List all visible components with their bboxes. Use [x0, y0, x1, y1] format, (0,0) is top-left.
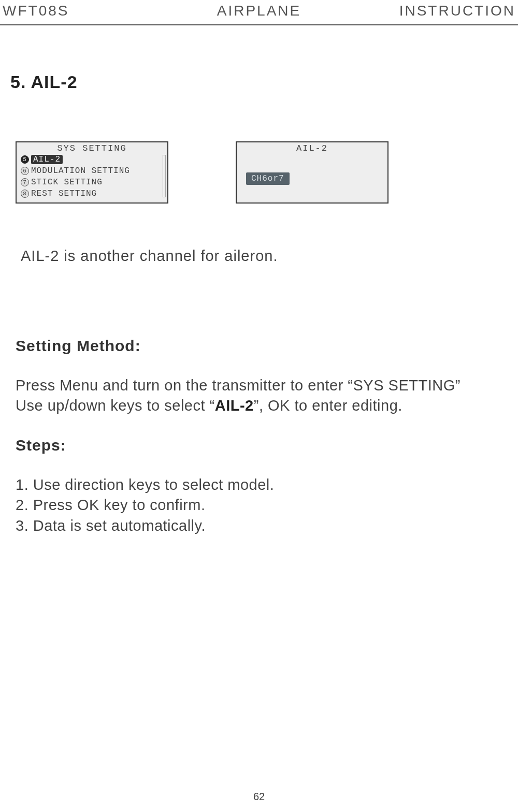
- method-line-part: ”, OK to enter editing.: [254, 397, 402, 414]
- row-label: REST SETTING: [31, 189, 97, 198]
- header-model: WFT08S: [3, 3, 174, 19]
- setting-method-heading: Setting Method:: [16, 337, 518, 355]
- setting-method-text: Press Menu and turn on the transmitter t…: [16, 375, 518, 416]
- scrollbar-icon: [163, 155, 166, 197]
- page-number: 62: [253, 791, 265, 803]
- header-category: AIRPLANE: [174, 3, 344, 19]
- step-item: 2. Press OK key to confirm.: [16, 495, 518, 515]
- screen2-channel-button: CH6or7: [246, 172, 290, 185]
- screen-ail2: AIL-2 CH6or7: [236, 141, 388, 204]
- row-number-icon: 7: [21, 178, 29, 186]
- steps-heading: Steps:: [16, 437, 518, 454]
- row-number-icon: 5: [21, 155, 29, 164]
- row-number-icon: 8: [21, 190, 29, 198]
- screen1-title: SYS SETTING: [17, 142, 167, 154]
- row-label: STICK SETTING: [31, 178, 103, 187]
- row-number-icon: 6: [21, 167, 29, 175]
- row-label: MODULATION SETTING: [31, 166, 130, 176]
- method-line: Press Menu and turn on the transmitter t…: [16, 377, 461, 394]
- screen1-row: 5 AIL-2: [17, 154, 167, 165]
- screen1-row: 6 MODULATION SETTING: [17, 165, 167, 177]
- header-doc-type: INSTRUCTION: [344, 3, 515, 19]
- screen1-row: 8 REST SETTING: [17, 188, 167, 199]
- screenshots-row: SYS SETTING 5 AIL-2 6 MODULATION SETTING…: [16, 141, 518, 204]
- screen-sys-setting: SYS SETTING 5 AIL-2 6 MODULATION SETTING…: [16, 141, 168, 204]
- step-item: 3. Data is set automatically.: [16, 516, 518, 536]
- method-line-part: Use up/down keys to select “: [16, 397, 215, 414]
- description-text: AIL-2 is another channel for aileron.: [21, 248, 518, 265]
- page-header: WFT08S AIRPLANE INSTRUCTION: [0, 0, 518, 25]
- section-title: 5. AIL-2: [10, 72, 518, 92]
- step-item: 1. Use direction keys to select model.: [16, 475, 518, 495]
- method-bold: AIL-2: [215, 397, 254, 414]
- steps-list: 1. Use direction keys to select model. 2…: [16, 475, 518, 535]
- screen1-row: 7 STICK SETTING: [17, 177, 167, 188]
- row-label: AIL-2: [31, 155, 63, 164]
- screen2-title: AIL-2: [237, 142, 387, 154]
